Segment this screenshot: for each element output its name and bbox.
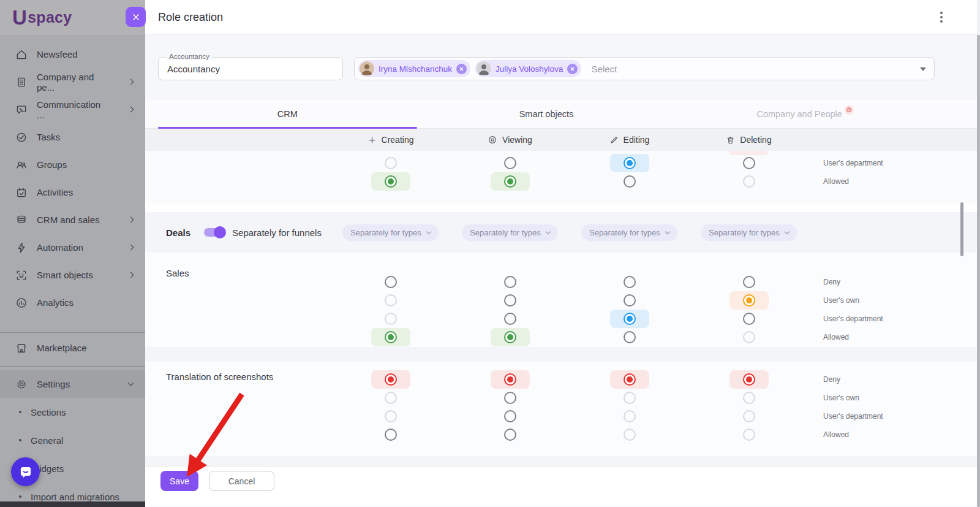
permission-radio[interactable]: [385, 276, 397, 288]
permission-radio[interactable]: [743, 157, 755, 169]
permission-radio[interactable]: [624, 294, 636, 307]
permission-radio[interactable]: [743, 276, 755, 288]
permission-radio[interactable]: [385, 429, 397, 441]
sidebar-subitem-sections[interactable]: Sections: [0, 398, 145, 426]
permission-radio[interactable]: [385, 373, 397, 386]
permission-radio[interactable]: [385, 294, 397, 307]
permission-radio[interactable]: [743, 410, 755, 422]
separately-for-types-dropdown[interactable]: Separately for types: [581, 224, 677, 241]
permission-row: User's department: [145, 310, 980, 328]
radio-highlight-cutoff: [729, 151, 768, 155]
separately-for-types-dropdown[interactable]: Separately for types: [701, 224, 797, 241]
permission-radio[interactable]: [743, 313, 755, 325]
permission-radio[interactable]: [504, 373, 516, 386]
permission-radio[interactable]: [385, 392, 397, 404]
permission-radio[interactable]: [504, 294, 516, 307]
permission-radio[interactable]: [743, 294, 755, 307]
permission-radio[interactable]: [504, 276, 516, 288]
sidebar-item-tasks[interactable]: Tasks: [0, 123, 145, 151]
tab-smart-objects[interactable]: Smart objects: [417, 100, 676, 128]
permission-radio[interactable]: [624, 175, 636, 188]
kebab-menu-icon[interactable]: [937, 8, 946, 26]
radio-highlight: [371, 370, 410, 389]
permission-radio[interactable]: [385, 157, 397, 169]
page-title: Role creation: [158, 11, 937, 24]
radio-slot: [729, 310, 769, 328]
permission-radio[interactable]: [624, 313, 636, 325]
permission-radio[interactable]: [743, 373, 755, 386]
chevron-right-icon: [128, 79, 134, 85]
chevron-down-icon: [546, 229, 551, 234]
role-form: Accountancy Accountancy Iryna Mishchanch…: [145, 35, 980, 100]
member-chip-name: Iryna Mishchanchuk: [379, 64, 452, 74]
radio-slot: [491, 273, 530, 291]
permission-radio[interactable]: [385, 331, 397, 343]
chat-launcher-button[interactable]: [11, 457, 40, 486]
communication-icon: [15, 104, 28, 116]
permission-radio[interactable]: [504, 313, 516, 325]
bullet-icon: [19, 439, 21, 441]
radio-slot: [610, 273, 649, 291]
separately-for-types-dropdown[interactable]: Separately for types: [342, 224, 439, 241]
permission-radio[interactable]: [504, 429, 516, 441]
tab-crm[interactable]: CRM: [158, 100, 417, 128]
sidebar-item-communication[interactable]: Communication ...: [0, 96, 145, 123]
row-access-label: User's own: [809, 296, 980, 305]
permission-radio[interactable]: [743, 392, 755, 404]
permission-radio[interactable]: [624, 276, 636, 288]
permission-radio[interactable]: [743, 429, 755, 441]
members-select[interactable]: Iryna Mishchanchuk Juliya Voloshylova Se…: [354, 57, 935, 80]
permission-radio[interactable]: [504, 175, 516, 188]
permission-radio[interactable]: [504, 392, 516, 404]
sidebar-item-crm-and-sales[interactable]: CRM and sales: [0, 206, 145, 234]
close-button[interactable]: [126, 7, 146, 27]
radio-slot: [729, 407, 769, 425]
permission-radio[interactable]: [743, 331, 755, 343]
permission-radio[interactable]: [624, 373, 636, 386]
separately-for-funnels-toggle[interactable]: [204, 228, 225, 237]
settings-icon: [15, 378, 28, 391]
radio-slot: [610, 407, 649, 425]
permission-radio[interactable]: [385, 313, 397, 325]
row-access-label: Allowed: [809, 333, 980, 341]
sidebar-item-company-and-people[interactable]: Company and pe...: [0, 68, 145, 96]
row-access-label: User's department: [809, 412, 980, 421]
remove-member-icon[interactable]: [567, 64, 578, 74]
permission-radio[interactable]: [624, 157, 636, 169]
content-scrollbar-thumb[interactable]: [960, 202, 963, 256]
member-chip[interactable]: Juliya Voloshylova: [475, 60, 581, 77]
role-name-field[interactable]: Accountancy Accountancy: [158, 57, 343, 80]
column-header-deleting: Deleting: [689, 135, 809, 145]
sidebar-item-marketplace[interactable]: Marketplace: [0, 334, 145, 362]
sidebar-item-newsfeed[interactable]: Newsfeed: [0, 40, 145, 68]
pending-clock-icon: [845, 105, 854, 115]
permission-radio[interactable]: [504, 331, 516, 343]
sidebar-item-activities[interactable]: Activities: [0, 178, 145, 206]
cancel-button[interactable]: Cancel: [209, 471, 274, 491]
save-button[interactable]: Save: [160, 471, 198, 491]
permission-radio[interactable]: [504, 157, 516, 169]
dropdown-caret-icon[interactable]: [920, 67, 926, 71]
permission-radio[interactable]: [385, 410, 397, 422]
separately-for-types-dropdown[interactable]: Separately for types: [462, 224, 558, 241]
uspacy-logo-text: spacy: [28, 9, 72, 26]
sidebar-item-groups[interactable]: Groups: [0, 151, 145, 178]
tasks-icon: [15, 131, 28, 143]
permission-radio[interactable]: [624, 429, 636, 441]
permission-radio[interactable]: [743, 175, 755, 188]
permission-radio[interactable]: [504, 410, 516, 422]
permission-radio[interactable]: [624, 331, 636, 343]
member-chip[interactable]: Iryna Mishchanchuk: [358, 60, 470, 77]
permission-radio[interactable]: [624, 392, 636, 404]
permission-radio[interactable]: [624, 410, 636, 422]
remove-member-icon[interactable]: [456, 64, 467, 74]
permission-radio[interactable]: [385, 175, 397, 188]
sidebar-item-analytics[interactable]: Analytics: [0, 289, 145, 316]
tab-company-and-people[interactable]: Company and People: [676, 100, 935, 128]
window-scrollbar-thumb[interactable]: [977, 35, 980, 507]
sidebar-item-settings[interactable]: Settings: [0, 370, 145, 398]
chevron-down-icon: [426, 229, 431, 234]
sidebar-item-smart-objects[interactable]: Smart objects: [0, 261, 145, 289]
sidebar-item-automation[interactable]: Automation: [0, 234, 145, 261]
sidebar-subitem-general[interactable]: General: [0, 426, 145, 454]
